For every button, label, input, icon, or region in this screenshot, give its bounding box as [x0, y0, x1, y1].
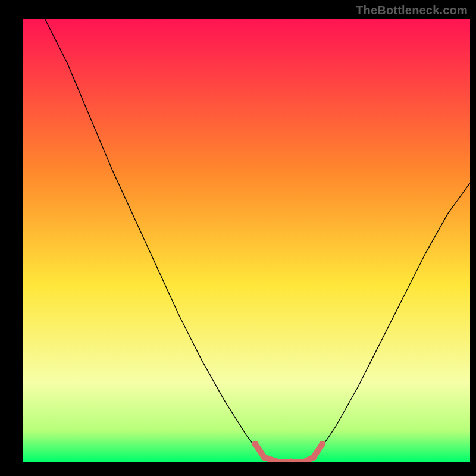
gradient-background [23, 19, 470, 462]
plot-area [23, 19, 470, 462]
chart-frame: TheBottleneck.com [0, 0, 476, 476]
svg-point-5 [310, 454, 317, 461]
watermark-text: TheBottleneck.com [356, 4, 468, 17]
svg-point-6 [319, 441, 325, 447]
svg-point-0 [252, 441, 259, 447]
chart-svg [23, 19, 470, 462]
svg-point-1 [261, 454, 268, 461]
